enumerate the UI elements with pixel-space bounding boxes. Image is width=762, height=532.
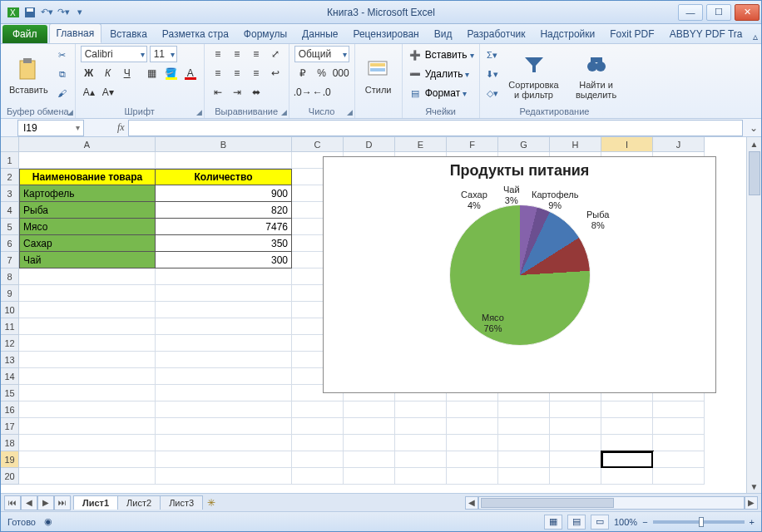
row-header-18[interactable]: 18 (1, 435, 19, 451)
tab-data[interactable]: Данные (295, 25, 344, 43)
row-header-2[interactable]: 2 (1, 169, 19, 185)
row-header-11[interactable]: 11 (1, 318, 19, 335)
cell-B4[interactable]: 820 (156, 202, 292, 219)
format-painter-icon[interactable]: 🖌 (55, 86, 70, 101)
cell-G20[interactable] (498, 468, 550, 485)
zoom-in-button[interactable]: + (750, 517, 755, 527)
cell-D18[interactable] (344, 435, 395, 451)
cell-I16[interactable] (601, 401, 653, 418)
cell-B9[interactable] (156, 285, 292, 302)
col-header-C[interactable]: C (292, 137, 344, 152)
cell-I18[interactable] (601, 435, 653, 451)
qat-customize-icon[interactable]: ▾ (72, 5, 87, 20)
cell-A10[interactable] (19, 302, 156, 318)
tab-insert[interactable]: Вставка (103, 25, 154, 43)
cell-F20[interactable] (447, 468, 498, 485)
cell-A6[interactable]: Сахар (19, 235, 156, 252)
cell-J18[interactable] (653, 435, 705, 451)
cell-B2[interactable]: Количество (156, 169, 292, 185)
bold-button[interactable]: Ж (81, 65, 97, 81)
row-header-1[interactable]: 1 (1, 152, 19, 169)
insert-cells-button[interactable]: ➕ Вставить▾ (408, 47, 474, 62)
shrink-font-button[interactable]: A▾ (100, 84, 116, 101)
cell-G17[interactable] (498, 418, 550, 435)
cell-B5[interactable]: 7476 (156, 219, 292, 235)
tab-addins[interactable]: Надстройки (533, 25, 601, 43)
row-header-20[interactable]: 20 (1, 468, 19, 485)
cell-F16[interactable] (447, 401, 498, 418)
styles-button[interactable]: Стили (360, 46, 397, 106)
tab-view[interactable]: Вид (428, 25, 459, 43)
scroll-left-icon[interactable]: ◀ (465, 496, 478, 510)
cell-A19[interactable] (19, 451, 156, 468)
sort-filter-button[interactable]: Сортировка и фильтр (503, 46, 565, 106)
cell-B11[interactable] (156, 318, 292, 335)
cell-C19[interactable] (292, 451, 344, 468)
cell-A2[interactable]: Наименование товара (19, 169, 156, 185)
underline-button[interactable]: Ч (119, 65, 136, 81)
close-button[interactable]: ✕ (735, 4, 760, 21)
tab-home[interactable]: Главная (49, 23, 102, 43)
formula-input[interactable] (128, 120, 743, 136)
cell-I17[interactable] (601, 418, 653, 435)
cell-J19[interactable] (653, 451, 705, 468)
cell-A5[interactable]: Мясо (19, 219, 156, 235)
cell-B17[interactable] (156, 418, 292, 435)
col-header-J[interactable]: J (653, 137, 705, 152)
cell-B1[interactable] (156, 152, 292, 169)
find-select-button[interactable]: Найти и выделить (568, 46, 625, 106)
row-header-6[interactable]: 6 (1, 235, 19, 252)
comma-icon[interactable]: 000 (333, 65, 349, 81)
cell-A4[interactable]: Рыба (19, 202, 156, 219)
cell-A3[interactable]: Картофель (19, 185, 156, 202)
format-cells-button[interactable]: ▤ Формат▾ (408, 86, 474, 101)
col-header-B[interactable]: B (156, 137, 292, 152)
select-all-button[interactable] (1, 137, 19, 152)
cell-A15[interactable] (19, 385, 156, 401)
font-color-button[interactable]: A (182, 65, 199, 81)
page-break-view-button[interactable]: ▭ (591, 515, 609, 530)
orientation-icon[interactable]: ⤢ (267, 46, 284, 62)
cell-C20[interactable] (292, 468, 344, 485)
cell-A12[interactable] (19, 335, 156, 352)
cell-H19[interactable] (550, 451, 601, 468)
new-sheet-button[interactable]: ✳ (203, 497, 220, 509)
cell-B15[interactable] (156, 385, 292, 401)
cell-E17[interactable] (395, 418, 447, 435)
tab-foxit[interactable]: Foxit PDF (603, 25, 661, 43)
cells-area[interactable]: Наименование товараКоличествоКартофель90… (19, 152, 746, 493)
next-sheet-button[interactable]: ▶ (37, 495, 54, 510)
wrap-text-icon[interactable]: ↩ (267, 65, 284, 81)
prev-sheet-button[interactable]: ◀ (21, 495, 37, 510)
cell-D20[interactable] (344, 468, 395, 485)
cell-A14[interactable] (19, 368, 156, 385)
cell-H16[interactable] (550, 401, 601, 418)
cell-A18[interactable] (19, 435, 156, 451)
decrease-decimal-icon[interactable]: ←.0 (314, 84, 330, 101)
cell-E19[interactable] (395, 451, 447, 468)
scroll-thumb[interactable] (749, 151, 760, 195)
file-tab[interactable]: Файл (2, 25, 47, 43)
row-header-15[interactable]: 15 (1, 385, 19, 401)
delete-cells-button[interactable]: ➖ Удалить▾ (408, 66, 474, 81)
row-header-10[interactable]: 10 (1, 302, 19, 318)
merge-center-icon[interactable]: ⬌ (248, 84, 265, 101)
normal-view-button[interactable]: ▦ (544, 515, 562, 530)
page-layout-view-button[interactable]: ▤ (567, 515, 586, 530)
col-header-H[interactable]: H (550, 137, 601, 152)
number-format-combo[interactable]: Общий (294, 46, 349, 62)
row-header-8[interactable]: 8 (1, 268, 19, 285)
cell-C17[interactable] (292, 418, 344, 435)
cell-H20[interactable] (550, 468, 601, 485)
align-right-icon[interactable]: ≡ (248, 65, 265, 81)
embedded-chart[interactable]: Продукты питания Сахар4% Чай3% Картофель… (323, 156, 716, 393)
cell-I19[interactable] (601, 451, 653, 468)
scroll-up-icon[interactable]: ▲ (748, 137, 761, 150)
scroll-right-icon[interactable]: ▶ (745, 496, 758, 510)
tab-page-layout[interactable]: Разметка стра (156, 25, 235, 43)
cut-icon[interactable]: ✂ (55, 47, 70, 62)
cell-C16[interactable] (292, 401, 344, 418)
decrease-indent-icon[interactable]: ⇤ (210, 84, 226, 101)
align-middle-icon[interactable]: ≡ (229, 46, 245, 62)
name-box[interactable]: I19 (17, 120, 84, 136)
